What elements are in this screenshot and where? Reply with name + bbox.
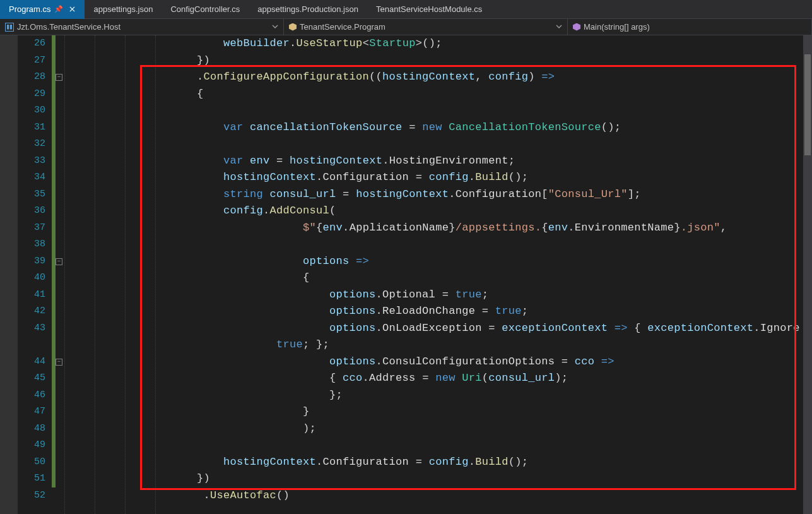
breadcrumb-label: Jzt.Oms.TenantService.Host — [17, 22, 121, 32]
code-area[interactable]: webBuilder.UseStartup<Startup>(); }) .Co… — [64, 35, 812, 514]
tab-label: Program.cs — [9, 4, 50, 14]
breakpoint-margin[interactable] — [0, 35, 18, 514]
tab-label: appsettings.Production.json — [257, 4, 358, 14]
chevron-down-icon — [556, 22, 562, 32]
tab-label: appsettings.json — [93, 4, 153, 14]
tab-configcontroller-cs[interactable]: ConfigController.cs — [162, 0, 249, 19]
tab-label: TenantServiceHostModule.cs — [376, 4, 482, 14]
line-number-gutter: 2627282930313233343536373839404142434445… — [18, 35, 52, 514]
close-icon[interactable] — [68, 6, 76, 13]
chevron-down-icon — [272, 22, 278, 32]
class-icon — [289, 23, 297, 31]
fold-toggle[interactable]: − — [56, 74, 62, 81]
tab-bar: Program.cs 📌 appsettings.json ConfigCont… — [0, 0, 812, 19]
tab-label: ConfigController.cs — [170, 4, 240, 14]
breadcrumb-namespace[interactable]: Jzt.Oms.TenantService.Host — [0, 19, 284, 35]
fold-toggle[interactable]: − — [56, 258, 62, 265]
breadcrumb-label: Main(string[] args) — [584, 22, 650, 32]
fold-toggle[interactable]: − — [56, 359, 62, 366]
breadcrumb-label: TenantService.Program — [300, 22, 385, 32]
tab-appsettings-production-json[interactable]: appsettings.Production.json — [249, 0, 367, 19]
scroll-thumb[interactable] — [804, 54, 811, 155]
method-icon — [573, 23, 580, 31]
tab-appsettings-json[interactable]: appsettings.json — [85, 0, 162, 19]
code-editor[interactable]: 2627282930313233343536373839404142434445… — [0, 35, 812, 514]
tab-program-cs[interactable]: Program.cs 📌 — [0, 0, 85, 19]
breadcrumb-class[interactable]: TenantService.Program — [284, 19, 568, 35]
tab-tenantservicehostmodule-cs[interactable]: TenantServiceHostModule.cs — [367, 0, 491, 19]
namespace-icon — [5, 23, 14, 32]
fold-column[interactable]: −−− — [56, 35, 64, 514]
vertical-scrollbar[interactable] — [803, 35, 812, 514]
breadcrumb-method[interactable]: Main(string[] args) — [568, 19, 812, 35]
breadcrumb: Jzt.Oms.TenantService.Host TenantService… — [0, 19, 812, 35]
pin-icon[interactable]: 📌 — [54, 5, 63, 13]
